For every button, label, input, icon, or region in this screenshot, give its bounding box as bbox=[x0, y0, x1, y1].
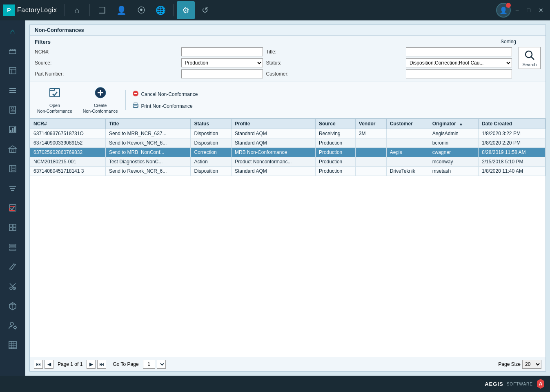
sidebar-item-cut[interactable] bbox=[2, 277, 23, 296]
sidebar-item-filter[interactable] bbox=[2, 179, 23, 198]
ncr-input[interactable] bbox=[181, 47, 263, 56]
part-number-input[interactable] bbox=[181, 69, 263, 78]
open-nc-button[interactable]: OpenNon-Conformance bbox=[34, 85, 76, 116]
nav-separator-3 bbox=[173, 4, 174, 16]
filters-title: Filters bbox=[35, 39, 51, 45]
table-row[interactable]: NCM20180215-001Test Diagnostics NonC...A… bbox=[30, 157, 546, 167]
app-logo: P FactoryLogix bbox=[3, 4, 57, 16]
col-ncr[interactable]: NCR# bbox=[30, 119, 106, 129]
nav-settings-icon[interactable]: ⚙ bbox=[177, 1, 195, 19]
top-bar: P FactoryLogix ⌂ ❑ 👤 ⦿ 🌐 ⚙ ↺ 👤 – □ ✕ bbox=[0, 0, 550, 20]
sidebar-item-home[interactable]: ⌂ bbox=[2, 22, 23, 41]
sidebar-item-database[interactable]: 🗃 bbox=[2, 42, 23, 60]
svg-rect-0 bbox=[9, 67, 16, 74]
create-nc-label: CreateNon-Conformance bbox=[83, 103, 118, 114]
table-row[interactable]: 63714093767518731OSend to MRB_NCR_637...… bbox=[30, 129, 546, 138]
status-label: Status: bbox=[266, 60, 403, 66]
nav-location-icon[interactable]: ⦿ bbox=[132, 1, 150, 19]
sidebar-item-check[interactable] bbox=[2, 198, 23, 217]
table-row[interactable]: 63714080451718141 3Send to Rework_NCR_6.… bbox=[30, 167, 546, 176]
customer-input[interactable] bbox=[406, 69, 512, 78]
first-page-button[interactable]: ⏮ bbox=[34, 360, 43, 369]
sidebar-item-book[interactable] bbox=[2, 159, 23, 178]
svg-rect-22 bbox=[9, 186, 16, 187]
svg-point-58 bbox=[526, 51, 532, 58]
prev-page-button[interactable]: ◀ bbox=[45, 360, 53, 369]
nav-separator-2 bbox=[89, 4, 90, 16]
cancel-icon bbox=[132, 90, 139, 98]
svg-point-41 bbox=[10, 287, 12, 290]
page-input[interactable] bbox=[143, 360, 155, 369]
svg-rect-34 bbox=[13, 228, 16, 231]
page-go-select[interactable]: ▼ bbox=[157, 360, 166, 369]
sidebar-item-table2[interactable] bbox=[2, 336, 23, 354]
pagination-right: Page Size 20 10 50 100 bbox=[498, 360, 541, 369]
next-page-button[interactable]: ▶ bbox=[87, 360, 96, 369]
table-body: 63714093767518731OSend to MRB_NCR_637...… bbox=[30, 129, 546, 176]
maximize-button[interactable]: □ bbox=[524, 5, 534, 15]
create-nc-button[interactable]: CreateNon-Conformance bbox=[80, 85, 121, 116]
sidebar-item-document[interactable] bbox=[2, 100, 23, 119]
cancel-nc-label: Cancel Non-Conformance bbox=[141, 91, 198, 97]
search-label: Search bbox=[523, 62, 537, 67]
cancel-nc-button[interactable]: Cancel Non-Conformance bbox=[130, 89, 200, 99]
col-date-created[interactable]: Date Created bbox=[479, 119, 546, 129]
svg-point-7 bbox=[11, 107, 14, 109]
search-button[interactable]: Search bbox=[519, 47, 541, 69]
sidebar-item-puzzle[interactable] bbox=[2, 218, 23, 237]
go-to-label: Go To Page bbox=[113, 361, 138, 367]
filters-header: Filters Sorting bbox=[35, 39, 541, 45]
sidebar-item-chart[interactable] bbox=[2, 120, 23, 139]
sidebar: ⌂ 🗃 bbox=[0, 20, 25, 376]
top-bar-right: 👤 – □ ✕ bbox=[496, 3, 547, 18]
bottom-bar: AEGIS SOFTWARE A bbox=[0, 376, 550, 392]
col-source[interactable]: Source bbox=[315, 119, 355, 129]
last-page-button[interactable]: ⏭ bbox=[97, 360, 106, 369]
toolbar-separator bbox=[125, 90, 126, 110]
title-label: Title: bbox=[266, 49, 403, 55]
search-icon bbox=[524, 49, 535, 61]
user-avatar[interactable]: 👤 bbox=[496, 3, 511, 18]
sidebar-item-list2[interactable] bbox=[2, 238, 23, 256]
toolbar-actions: Cancel Non-Conformance Print Non-Conform… bbox=[130, 89, 200, 111]
svg-line-40 bbox=[12, 283, 16, 287]
close-button[interactable]: ✕ bbox=[535, 5, 547, 15]
filters-section: Filters Sorting NCR#: Title: Source: Pro… bbox=[30, 36, 546, 82]
aegis-logo-icon: A bbox=[536, 378, 545, 390]
table-row[interactable]: 637025902860769832Send to MRB_NonConf...… bbox=[30, 148, 546, 157]
svg-rect-61 bbox=[50, 89, 55, 90]
sidebar-item-warehouse[interactable] bbox=[2, 140, 23, 158]
source-select[interactable]: Production Receiving bbox=[181, 58, 263, 67]
col-customer[interactable]: Customer bbox=[386, 119, 429, 129]
open-nc-icon bbox=[48, 86, 61, 102]
col-profile[interactable]: Profile bbox=[232, 119, 316, 129]
logo-square: P bbox=[3, 4, 15, 16]
svg-rect-25 bbox=[9, 205, 16, 211]
page-size-select[interactable]: 20 10 50 100 bbox=[522, 360, 541, 369]
nav-home-icon[interactable]: ⌂ bbox=[68, 1, 86, 19]
sidebar-item-edit[interactable] bbox=[2, 257, 23, 276]
nav-separator-1 bbox=[65, 4, 65, 16]
page-size-label: Page Size bbox=[498, 361, 521, 367]
software-label: SOFTWARE bbox=[507, 382, 533, 386]
nav-documents-icon[interactable]: ❑ bbox=[93, 1, 111, 19]
nav-globe-icon[interactable]: 🌐 bbox=[152, 1, 170, 19]
table-row[interactable]: 637140900339089152Send to Rework_NCR_6..… bbox=[30, 138, 546, 148]
minimize-button[interactable]: – bbox=[512, 5, 522, 15]
sidebar-item-layers[interactable] bbox=[2, 81, 23, 100]
sorting-button[interactable]: Sorting bbox=[501, 39, 516, 45]
col-originator[interactable]: Originator ▲ bbox=[429, 119, 478, 129]
nav-people-icon[interactable]: 👤 bbox=[113, 1, 131, 19]
print-nc-button[interactable]: Print Non-Conformance bbox=[130, 101, 200, 111]
col-title[interactable]: Title bbox=[105, 119, 191, 129]
col-status[interactable]: Status bbox=[191, 119, 232, 129]
svg-rect-16 bbox=[11, 150, 14, 152]
sidebar-item-person-settings[interactable] bbox=[2, 316, 23, 335]
status-select[interactable]: Disposition;Correction;Root Cau... Dispo… bbox=[406, 58, 512, 67]
pagination: ⏮ ◀ Page 1 of 1 ▶ ⏭ Go To Page ▼ Page Si… bbox=[30, 357, 546, 371]
col-vendor[interactable]: Vendor bbox=[355, 119, 386, 129]
title-input[interactable] bbox=[406, 47, 512, 56]
sidebar-item-box[interactable] bbox=[2, 296, 23, 315]
nav-refresh-icon[interactable]: ↺ bbox=[196, 1, 214, 19]
sidebar-item-blueprint[interactable] bbox=[2, 61, 23, 80]
